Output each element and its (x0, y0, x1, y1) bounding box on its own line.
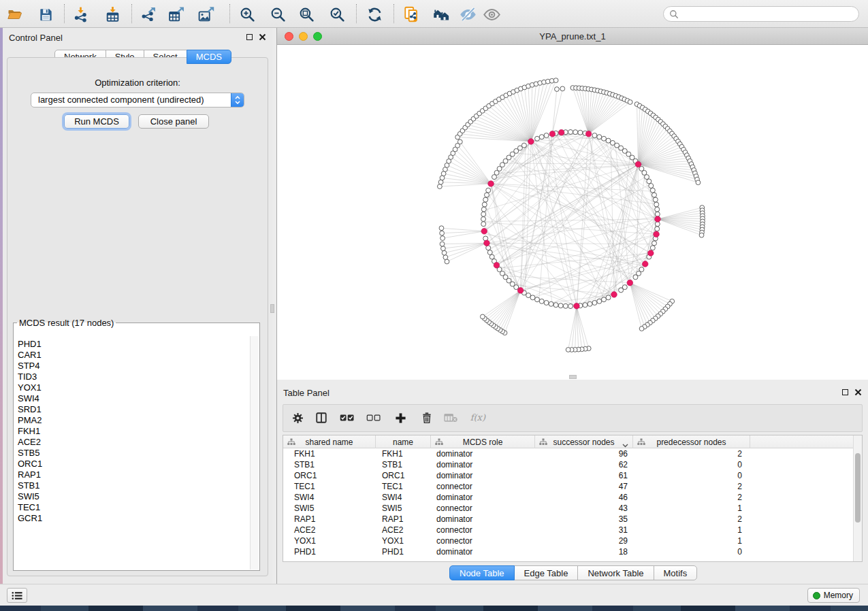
dominator-node[interactable] (528, 139, 534, 145)
save-session-button[interactable] (36, 5, 55, 24)
leaf-node[interactable] (628, 100, 632, 105)
network-node[interactable] (568, 130, 573, 135)
result-node-item[interactable]: GCR1 (14, 513, 250, 524)
network-node[interactable] (649, 184, 654, 188)
memory-button[interactable]: Memory (807, 588, 860, 603)
network-node[interactable] (655, 207, 660, 212)
float-panel-icon[interactable] (246, 34, 253, 40)
network-node[interactable] (486, 188, 491, 193)
dominator-node[interactable] (517, 288, 524, 294)
horizontal-splitter-handle[interactable] (569, 375, 577, 379)
network-node[interactable] (653, 197, 658, 202)
network-node[interactable] (633, 275, 638, 280)
network-node[interactable] (558, 303, 563, 308)
dominator-node[interactable] (611, 292, 617, 298)
dominator-node[interactable] (635, 161, 641, 167)
result-node-item[interactable]: PMA2 (14, 415, 250, 426)
network-node[interactable] (597, 135, 602, 139)
leaf-node[interactable] (457, 139, 462, 144)
table-scrollbar-thumb[interactable] (855, 453, 861, 523)
table-row[interactable]: ORC1ORC1dominator610 (283, 470, 853, 481)
leaf-node[interactable] (443, 255, 448, 260)
dominator-node[interactable] (585, 131, 592, 137)
network-node[interactable] (578, 130, 583, 135)
delete-table-button[interactable] (442, 409, 460, 427)
tab-network-table[interactable]: Network Table (577, 565, 654, 580)
network-node[interactable] (539, 135, 544, 139)
result-node-item[interactable]: YOX1 (14, 382, 250, 393)
dominator-node[interactable] (648, 250, 654, 257)
network-node[interactable] (655, 212, 660, 216)
network-node[interactable] (563, 303, 568, 308)
network-node[interactable] (521, 143, 526, 148)
network-node[interactable] (592, 133, 597, 138)
dominator-node[interactable] (642, 261, 648, 267)
close-panel-icon[interactable] (259, 33, 266, 41)
show-all-button[interactable] (482, 5, 501, 24)
import-table-button[interactable] (103, 5, 122, 24)
network-node[interactable] (588, 301, 592, 306)
hide-selected-button[interactable] (458, 5, 477, 24)
dominator-node[interactable] (481, 229, 487, 235)
leaf-node[interactable] (445, 259, 449, 264)
delete-columns-button[interactable] (418, 409, 436, 427)
result-node-item[interactable]: TID3 (14, 371, 250, 382)
network-node[interactable] (601, 297, 606, 302)
dominator-node[interactable] (494, 263, 500, 269)
network-node[interactable] (539, 299, 544, 303)
search-input[interactable] (682, 9, 858, 19)
leaf-node[interactable] (560, 86, 565, 91)
open-file-button[interactable] (5, 5, 25, 24)
result-node-item[interactable]: ACE2 (14, 437, 250, 448)
window-zoom-button[interactable] (313, 32, 322, 41)
tab-node-table[interactable]: Node Table (449, 565, 515, 580)
import-network-button[interactable] (71, 5, 90, 24)
result-node-item[interactable]: ORC1 (14, 459, 250, 469)
network-node[interactable] (601, 136, 606, 141)
network-node[interactable] (549, 301, 553, 306)
network-node[interactable] (655, 222, 660, 227)
network-node[interactable] (530, 295, 535, 300)
result-node-item[interactable]: FKH1 (14, 426, 250, 437)
network-node[interactable] (619, 288, 624, 293)
dominator-node[interactable] (655, 216, 661, 222)
table-row[interactable]: SWI5SWI5connector431 (283, 503, 853, 514)
table-row[interactable]: RAP1RAP1dominator352 (283, 514, 853, 525)
network-node[interactable] (487, 250, 492, 254)
network-node[interactable] (652, 193, 656, 197)
network-node[interactable] (654, 202, 659, 207)
dominator-node[interactable] (484, 240, 490, 246)
network-node[interactable] (583, 303, 588, 308)
table-row[interactable]: TEC1TEC1connector472 (283, 481, 853, 492)
dominator-node[interactable] (549, 131, 556, 137)
leaf-node[interactable] (699, 233, 704, 237)
close-panel-button[interactable]: Close panel (138, 114, 209, 129)
leaf-node[interactable] (440, 176, 445, 180)
table-row[interactable]: YOX1YOX1connector291 (283, 535, 853, 546)
network-node[interactable] (481, 212, 486, 216)
task-history-button[interactable] (7, 588, 27, 603)
apply-layout-button[interactable] (365, 5, 384, 24)
network-node[interactable] (597, 299, 602, 303)
zoom-selected-button[interactable] (327, 5, 347, 24)
leaf-node[interactable] (441, 246, 446, 251)
table-row[interactable]: SWI4SWI4dominator462 (283, 492, 853, 503)
column-header-shared-name[interactable]: shared name (283, 435, 376, 448)
column-header-name[interactable]: name (376, 435, 431, 448)
column-header-successor-nodes[interactable]: successor nodes (535, 435, 633, 448)
leaf-node[interactable] (566, 348, 570, 352)
leaf-node[interactable] (440, 231, 445, 235)
network-node[interactable] (645, 175, 649, 180)
table-row[interactable]: FKH1FKH1dominator962 (283, 448, 853, 459)
network-node[interactable] (481, 217, 486, 222)
leaf-node[interactable] (555, 87, 560, 92)
network-node[interactable] (568, 304, 573, 309)
network-node[interactable] (650, 246, 655, 250)
dominator-node[interactable] (558, 129, 564, 135)
tab-edge-table[interactable]: Edge Table (514, 565, 579, 580)
network-node[interactable] (481, 207, 486, 212)
first-neighbors-button[interactable] (432, 5, 451, 24)
result-node-item[interactable]: TEC1 (14, 502, 250, 513)
result-node-item[interactable]: SRD1 (14, 404, 250, 415)
leaf-node[interactable] (440, 236, 445, 241)
